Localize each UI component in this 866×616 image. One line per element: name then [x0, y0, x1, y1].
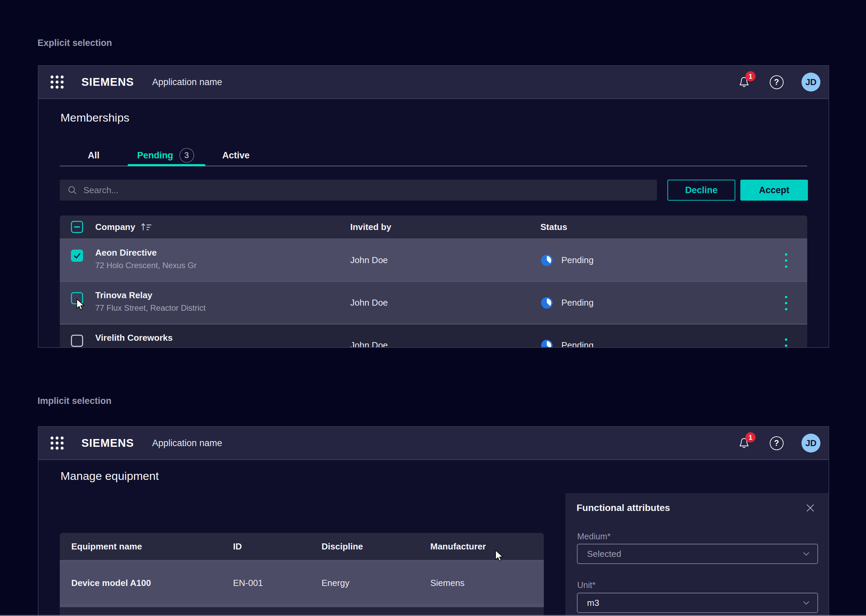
memberships-window: SIEMENS Application name 1 ? JD Membersh…: [38, 65, 829, 348]
invited-by-cell: John Doe: [350, 325, 388, 348]
app-bar: SIEMENS Application name 1 ? JD: [39, 66, 828, 99]
page-title: Manage equipment: [60, 470, 159, 482]
search-bar[interactable]: [60, 180, 657, 201]
table-row-aeon-directive[interactable]: Aeon Directive 72 Holo Crescent, Nexus G…: [60, 239, 807, 281]
avatar[interactable]: JD: [802, 434, 820, 453]
table-header-row: Company Invited by Status: [60, 215, 807, 239]
status-header-label: Status: [541, 222, 567, 233]
company-cell: Trinova Relay 77 Flux Street, Reactor Di…: [95, 290, 206, 313]
invited-by-header-label: Invited by: [350, 222, 391, 233]
avatar[interactable]: JD: [802, 72, 820, 91]
close-icon: [805, 503, 816, 513]
help-button[interactable]: ?: [769, 75, 784, 90]
column-header-id[interactable]: ID: [233, 533, 242, 560]
notification-badge: 1: [745, 432, 756, 442]
medium-value: Selected: [587, 549, 621, 559]
column-header-manufacturer[interactable]: Manufacturer: [430, 533, 486, 560]
company-name: Trinova Relay: [95, 290, 206, 300]
medium-label: Medium*: [577, 531, 611, 541]
equipment-window: SIEMENS Application name 1 ? JD Manage e…: [38, 426, 829, 616]
help-button[interactable]: ?: [769, 436, 784, 451]
app-launcher-icon[interactable]: [50, 75, 64, 90]
tab-active[interactable]: Active: [222, 148, 250, 163]
company-header-label: Company: [95, 222, 135, 233]
appbar-actions: 1 ? JD: [737, 72, 820, 91]
equipment-content: Manage equipment Equipment name ID Disci…: [39, 460, 828, 616]
tab-all[interactable]: All: [88, 148, 100, 163]
unit-select[interactable]: m3: [577, 593, 818, 613]
status-cell: Pending: [541, 282, 593, 324]
row-checkbox-checked[interactable]: [71, 250, 83, 262]
table-header-row: Equipment name ID Discipline Manufacture…: [60, 533, 544, 560]
column-header-company[interactable]: Company: [95, 215, 153, 239]
column-header-discipline[interactable]: Discipline: [322, 533, 363, 560]
table-row-virelith-coreworks[interactable]: Virelith Coreworks John Doe Pending: [60, 325, 807, 348]
discipline-cell: Energy: [322, 562, 349, 604]
row-menu-button[interactable]: [781, 296, 791, 310]
column-header-equipment-name[interactable]: Equipment name: [71, 533, 142, 560]
app-launcher-icon[interactable]: [50, 436, 64, 451]
status-cell: Pending: [541, 325, 593, 348]
panel-close-button[interactable]: [804, 502, 816, 514]
tab-pending-count-badge: 3: [179, 148, 194, 163]
id-cell: EN-001: [233, 562, 263, 604]
company-address: 72 Holo Crescent, Nexus Gr: [95, 261, 196, 270]
tab-pending[interactable]: Pending 3: [137, 148, 194, 163]
section-label-implicit: Implicit selection: [38, 396, 112, 406]
row-checkbox-unchecked[interactable]: [71, 335, 83, 347]
search-input[interactable]: [83, 185, 614, 196]
invited-by-cell: John Doe: [350, 282, 388, 324]
chevron-down-icon: [803, 552, 810, 556]
notifications-button[interactable]: 1: [737, 75, 751, 90]
mouse-cursor: [75, 299, 86, 311]
status-label: Pending: [561, 255, 593, 266]
page-title: Memberships: [60, 111, 129, 124]
memberships-content: Memberships All Pending 3 Active: [39, 99, 828, 347]
application-name: Application name: [152, 77, 222, 88]
panel-title: Functional attributes: [577, 503, 670, 513]
medium-select[interactable]: Selected: [577, 544, 818, 564]
equipment-table: Equipment name ID Discipline Manufacture…: [60, 533, 544, 616]
column-header-invited-by[interactable]: Invited by: [350, 215, 391, 239]
page: Explicit selection SIEMENS Application n…: [0, 0, 866, 616]
decline-button[interactable]: Decline: [667, 180, 735, 201]
app-bar: SIEMENS Application name 1 ? JD: [39, 427, 828, 460]
tab-pending-label: Pending: [137, 150, 173, 161]
select-all-checkbox[interactable]: [71, 221, 83, 233]
sort-ascending-icon: [140, 222, 153, 232]
column-header-status[interactable]: Status: [541, 215, 567, 239]
siemens-logo: SIEMENS: [82, 75, 134, 88]
section-label-explicit: Explicit selection: [38, 38, 112, 48]
company-cell: Aeon Directive 72 Holo Crescent, Nexus G…: [95, 248, 196, 270]
mouse-cursor: [494, 550, 505, 563]
row-menu-button[interactable]: [781, 338, 791, 348]
help-icon: ?: [770, 436, 784, 450]
status-label: Pending: [561, 340, 593, 348]
help-icon: ?: [770, 75, 784, 89]
company-cell: Virelith Coreworks: [95, 333, 173, 346]
manufacturer-cell: Siemens: [430, 562, 464, 604]
company-name: Virelith Coreworks: [95, 333, 173, 343]
company-address: 77 Flux Street, Reactor District: [95, 303, 206, 313]
row-divider: [60, 604, 544, 607]
accept-button[interactable]: Accept: [740, 180, 808, 201]
tab-active-label: Active: [222, 150, 250, 161]
invited-by-cell: John Doe: [350, 239, 388, 281]
checkmark-icon: [72, 251, 82, 260]
pending-status-icon: [541, 297, 553, 309]
status-label: Pending: [561, 297, 593, 308]
table-row-device-model-a100[interactable]: Device model A100 EN-001 Energy Siemens: [60, 562, 544, 604]
active-tab-indicator: [128, 164, 205, 166]
table-row-trinova-relay[interactable]: Trinova Relay 77 Flux Street, Reactor Di…: [60, 282, 807, 324]
chevron-down-icon: [803, 600, 810, 605]
pending-status-icon: [541, 255, 553, 266]
appbar-actions: 1 ? JD: [737, 434, 820, 453]
functional-attributes-panel: Functional attributes Medium* Selected U…: [566, 493, 828, 616]
notifications-button[interactable]: 1: [737, 436, 751, 451]
equipment-name-cell: Device model A100: [71, 562, 151, 604]
unit-label: Unit*: [577, 580, 596, 590]
status-cell: Pending: [541, 239, 593, 281]
row-menu-button[interactable]: [781, 253, 791, 268]
memberships-table: Company Invited by Status: [60, 215, 807, 348]
siemens-logo: SIEMENS: [82, 437, 134, 449]
